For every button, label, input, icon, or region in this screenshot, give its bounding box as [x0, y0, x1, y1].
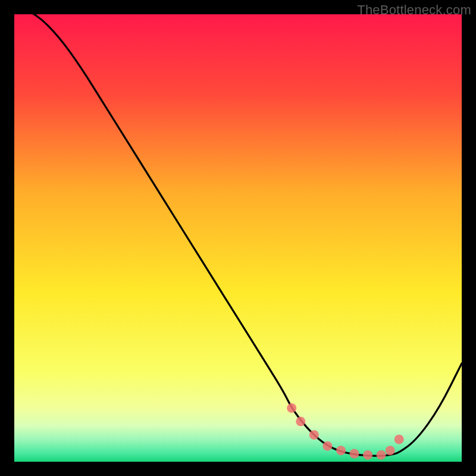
gradient-background — [14, 14, 462, 462]
marker-dot — [296, 416, 305, 426]
marker-dot — [336, 446, 346, 455]
marker-dot — [322, 441, 332, 451]
watermark-text: TheBottleneck.com — [357, 2, 471, 18]
marker-dot — [309, 430, 319, 440]
marker-dot — [386, 446, 395, 455]
chart-frame — [14, 14, 462, 462]
marker-dot — [350, 449, 359, 459]
marker-dot — [377, 450, 386, 460]
marker-dot — [287, 403, 296, 413]
marker-dot — [394, 434, 404, 444]
chart-canvas — [14, 14, 462, 462]
marker-dot — [363, 450, 372, 460]
